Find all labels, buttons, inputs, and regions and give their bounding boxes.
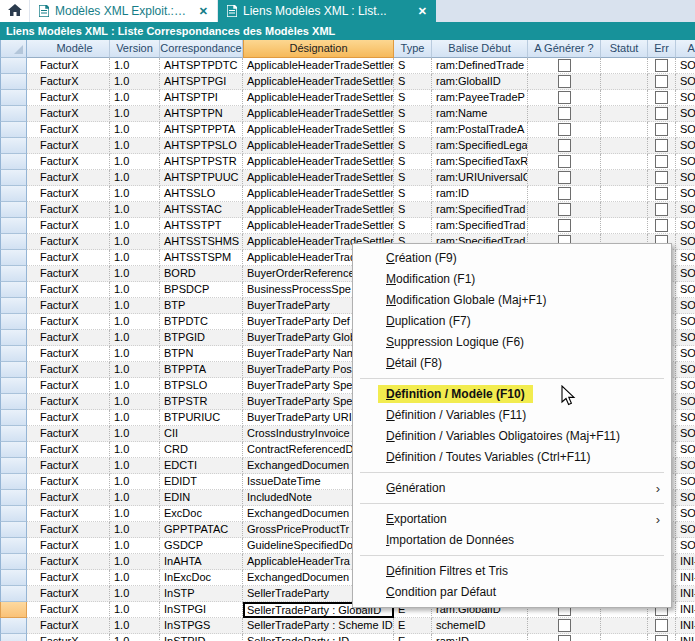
cell-type[interactable]: S xyxy=(394,122,432,138)
cell-correspondance[interactable]: BTPURIUC xyxy=(160,410,243,426)
cell-version[interactable]: 1.0 xyxy=(110,346,160,362)
row-selector[interactable] xyxy=(0,634,27,641)
cell-modele[interactable]: FacturX xyxy=(27,538,110,554)
row-selector[interactable] xyxy=(0,394,27,410)
cell-designation[interactable]: ApplicableHeaderTradeSettlem xyxy=(243,202,394,218)
cell-modele[interactable]: FacturX xyxy=(27,106,110,122)
cell-correspondance[interactable]: EDIN xyxy=(160,490,243,506)
context-menu-item[interactable]: Définition / Modèle (F10) xyxy=(353,384,671,405)
row-selector[interactable] xyxy=(0,282,27,298)
cell-act[interactable]: SOR xyxy=(676,490,695,506)
cell-correspondance[interactable]: AHTSSTSPM xyxy=(160,250,243,266)
cell-correspondance[interactable]: BORD xyxy=(160,266,243,282)
tab-liens-modeles-xml[interactable]: Liens Modèles XML : List... ✕ xyxy=(218,0,436,22)
tab-modeles-xml[interactable]: Modèles XML Exploit.:M... ✕ xyxy=(30,0,218,22)
cell-version[interactable]: 1.0 xyxy=(110,282,160,298)
close-tab-icon[interactable]: ✕ xyxy=(199,5,208,18)
row-selector[interactable] xyxy=(0,410,27,426)
cell-type[interactable]: S xyxy=(394,170,432,186)
cell-designation[interactable]: ApplicableHeaderTradeSettlem xyxy=(243,58,394,74)
row-selector[interactable] xyxy=(0,490,27,506)
cell-type[interactable]: S xyxy=(394,74,432,90)
cell-correspondance[interactable]: AHTSSTAC xyxy=(160,202,243,218)
cell-act[interactable]: SOR xyxy=(676,474,695,490)
table-row[interactable]: FacturX 1.0 AHTSSLO ApplicableHeaderTrad… xyxy=(0,186,695,202)
row-selector[interactable] xyxy=(0,442,27,458)
cell-designation[interactable]: ApplicableHeaderTradeSettlem xyxy=(243,106,394,122)
cell-modele[interactable]: FacturX xyxy=(27,58,110,74)
cell-act[interactable]: SOR xyxy=(676,394,695,410)
cell-modele[interactable]: FacturX xyxy=(27,474,110,490)
cell-correspondance[interactable]: GSDCP xyxy=(160,538,243,554)
cell-modele[interactable]: FacturX xyxy=(27,234,110,250)
cell-modele[interactable]: FacturX xyxy=(27,458,110,474)
cell-modele[interactable]: FacturX xyxy=(27,394,110,410)
cell-version[interactable]: 1.0 xyxy=(110,410,160,426)
cell-version[interactable]: 1.0 xyxy=(110,570,160,586)
row-selector[interactable] xyxy=(0,618,27,634)
err-checkbox[interactable] xyxy=(655,219,668,232)
cell-balise-debut[interactable]: ram:Name xyxy=(432,106,528,122)
cell-modele[interactable]: FacturX xyxy=(27,426,110,442)
cell-version[interactable]: 1.0 xyxy=(110,618,160,634)
cell-version[interactable]: 1.0 xyxy=(110,314,160,330)
cell-balise-debut[interactable]: ram:SpecifiedTrad xyxy=(432,202,528,218)
cell-modele[interactable]: FacturX xyxy=(27,170,110,186)
cell-modele[interactable]: FacturX xyxy=(27,138,110,154)
cell-act[interactable]: INI-C xyxy=(676,570,695,586)
cell-version[interactable]: 1.0 xyxy=(110,538,160,554)
row-selector[interactable] xyxy=(0,554,27,570)
row-selector[interactable] xyxy=(0,106,27,122)
cell-modele[interactable]: FacturX xyxy=(27,346,110,362)
cell-balise-debut[interactable]: ram:SpecifiedTaxR xyxy=(432,154,528,170)
cell-act[interactable]: SOR xyxy=(676,58,695,74)
column-header-designation[interactable]: Désignation xyxy=(243,40,394,58)
row-selector[interactable] xyxy=(0,170,27,186)
column-header-balise-debut[interactable]: Balise Début xyxy=(432,40,528,58)
row-selector[interactable] xyxy=(0,586,27,602)
cell-designation[interactable]: SellerTradeParty : Scheme ID xyxy=(243,618,394,634)
cell-modele[interactable]: FacturX xyxy=(27,314,110,330)
cell-act[interactable]: SOR xyxy=(676,378,695,394)
cell-version[interactable]: 1.0 xyxy=(110,266,160,282)
err-checkbox[interactable] xyxy=(655,107,668,120)
cell-act[interactable]: INI-C xyxy=(676,586,695,602)
cell-correspondance[interactable]: InSTPID xyxy=(160,634,243,641)
cell-act[interactable]: SOR xyxy=(676,234,695,250)
row-selector[interactable] xyxy=(0,218,27,234)
cell-modele[interactable]: FacturX xyxy=(27,410,110,426)
cell-correspondance[interactable]: AHTSPTPUUC xyxy=(160,170,243,186)
row-selector[interactable] xyxy=(0,346,27,362)
context-menu-item[interactable]: Définition / Variables (F11) xyxy=(353,405,671,426)
cell-balise-debut[interactable]: ram:SpecifiedLega xyxy=(432,138,528,154)
row-selector[interactable] xyxy=(0,266,27,282)
cell-correspondance[interactable]: AHTSSLO xyxy=(160,186,243,202)
cell-modele[interactable]: FacturX xyxy=(27,154,110,170)
row-selector[interactable] xyxy=(0,330,27,346)
cell-act[interactable]: SOR xyxy=(676,186,695,202)
home-tab[interactable] xyxy=(0,0,30,22)
cell-correspondance[interactable]: InExcDoc xyxy=(160,570,243,586)
context-menu-item[interactable]: Création (F9) xyxy=(353,248,671,269)
cell-act[interactable]: SOR xyxy=(676,170,695,186)
cell-act[interactable]: SOR xyxy=(676,362,695,378)
cell-version[interactable]: 1.0 xyxy=(110,394,160,410)
cell-act[interactable]: SOR xyxy=(676,538,695,554)
a-generer-checkbox[interactable] xyxy=(558,619,571,632)
cell-correspondance[interactable]: AHTSSTPT xyxy=(160,218,243,234)
cell-modele[interactable]: FacturX xyxy=(27,506,110,522)
cell-modele[interactable]: FacturX xyxy=(27,442,110,458)
cell-type[interactable]: S xyxy=(394,218,432,234)
cell-modele[interactable]: FacturX xyxy=(27,490,110,506)
cell-modele[interactable]: FacturX xyxy=(27,362,110,378)
row-selector[interactable] xyxy=(0,378,27,394)
cell-correspondance[interactable]: InSTP xyxy=(160,586,243,602)
cell-act[interactable]: SOR xyxy=(676,138,695,154)
cell-version[interactable]: 1.0 xyxy=(110,218,160,234)
cell-modele[interactable]: FacturX xyxy=(27,202,110,218)
cell-correspondance[interactable]: AHTSPTPSLO xyxy=(160,138,243,154)
cell-modele[interactable]: FacturX xyxy=(27,90,110,106)
cell-act[interactable]: SOR xyxy=(676,506,695,522)
cell-type[interactable]: S xyxy=(394,90,432,106)
err-checkbox[interactable] xyxy=(655,203,668,216)
